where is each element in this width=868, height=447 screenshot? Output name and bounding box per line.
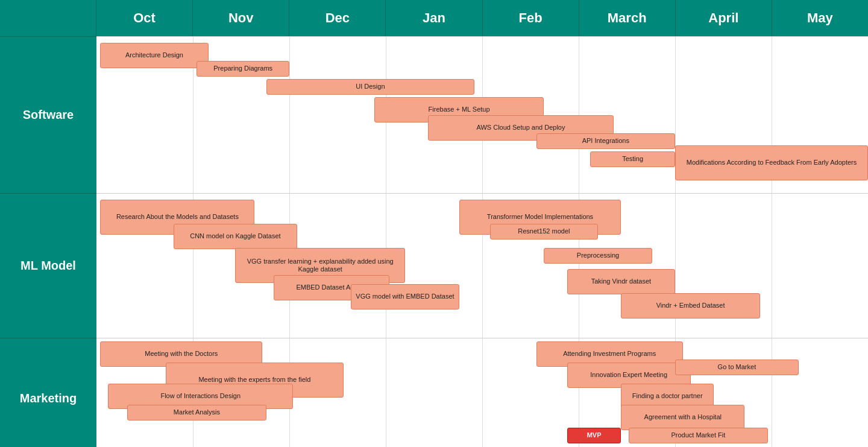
month-divider-2 (289, 37, 290, 193)
header-dec: Dec (289, 0, 386, 36)
ml-model-label: ML Model (0, 193, 96, 338)
body: Software ML Model Marketing Architecture… (0, 36, 868, 447)
grid-area: Architecture DesignPreparing DiagramsUI … (96, 36, 868, 447)
header-april: April (676, 0, 772, 36)
task-bar: Product Market Fit (629, 428, 767, 443)
marketing-section: Meeting with the DoctorsMeeting with the… (96, 338, 868, 447)
task-bar: Preprocessing (544, 248, 652, 264)
row-labels: Software ML Model Marketing (0, 36, 96, 447)
task-bar: API Integrations (536, 133, 675, 149)
header-march: March (579, 0, 676, 36)
month-divider-3 (386, 338, 386, 447)
software-section: Architecture DesignPreparing DiagramsUI … (96, 36, 868, 193)
task-bar: Vindr + Embed Dataset (621, 293, 760, 319)
header-row: Oct Nov Dec Jan Feb March April May (0, 0, 868, 36)
header-may: May (772, 0, 868, 36)
task-bar: Preparing Diagrams (197, 61, 289, 77)
task-bar: UI Design (266, 79, 475, 95)
month-divider-7 (772, 338, 772, 447)
month-divider-7 (772, 194, 772, 338)
task-bar: Taking Vindr dataset (567, 269, 675, 294)
task-bar: Architecture Design (100, 43, 208, 68)
task-bar: Modifications According to Feedback From… (675, 145, 868, 180)
task-bar: Market Analysis (127, 405, 266, 420)
header-jan: Jan (386, 0, 482, 36)
ml-model-section: Research About the Models and DatasetsCN… (96, 193, 868, 338)
header-empty-cell (0, 0, 96, 36)
header-oct: Oct (96, 0, 193, 36)
task-bar: Resnet152 model (490, 224, 598, 239)
task-bar: Go to Market (675, 360, 799, 375)
task-bar: MVP (567, 428, 621, 443)
header-feb: Feb (483, 0, 579, 36)
marketing-label: Marketing (0, 338, 96, 447)
gantt-chart: Oct Nov Dec Jan Feb March April May Soft… (0, 0, 868, 447)
task-bar: Testing (590, 151, 675, 167)
software-label: Software (0, 36, 96, 193)
task-bar: VGG model with EMBED Dataset (351, 284, 459, 309)
task-bar: CNN model on Kaggle Dataset (174, 224, 297, 249)
month-divider-4 (482, 338, 483, 447)
header-nov: Nov (193, 0, 289, 36)
task-bar: Agreement with a Hospital (621, 405, 744, 430)
